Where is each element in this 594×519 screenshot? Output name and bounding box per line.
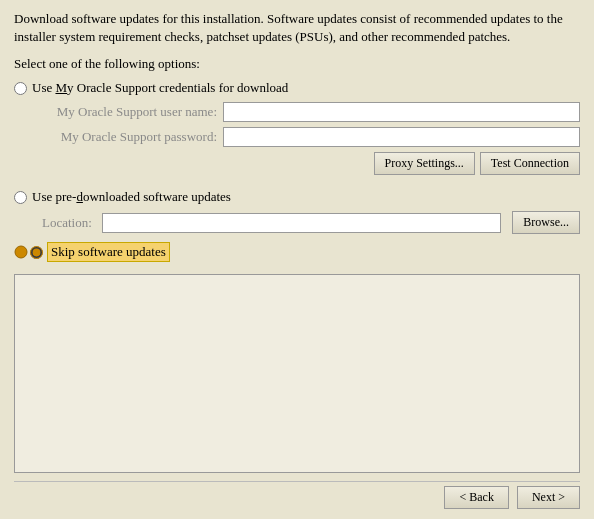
skip-option-row: Skip software updates bbox=[14, 242, 580, 262]
test-connection-button[interactable]: Test Connection bbox=[480, 152, 580, 175]
location-row: Location: Browse... bbox=[42, 211, 580, 234]
username-label: My Oracle Support user name: bbox=[42, 104, 217, 120]
proxy-settings-button[interactable]: Proxy Settings... bbox=[374, 152, 475, 175]
password-input[interactable] bbox=[223, 127, 580, 147]
password-row: My Oracle Support password: bbox=[42, 127, 580, 147]
username-input[interactable] bbox=[223, 102, 580, 122]
oracle-support-fields: My Oracle Support user name: My Oracle S… bbox=[42, 102, 580, 183]
pre-downloaded-label: Use pre-downloaded software updates bbox=[32, 189, 231, 205]
password-label: My Oracle Support password: bbox=[42, 129, 217, 145]
skip-indicator-icon bbox=[14, 245, 28, 259]
pre-downloaded-radio[interactable] bbox=[14, 191, 27, 204]
info-box bbox=[14, 274, 580, 473]
oracle-support-option-row: Use My Oracle Support credentials for do… bbox=[14, 80, 580, 96]
browse-button[interactable]: Browse... bbox=[512, 211, 580, 234]
svg-point-0 bbox=[15, 246, 27, 258]
oracle-support-radio[interactable] bbox=[14, 82, 27, 95]
skip-label: Skip software updates bbox=[47, 242, 170, 262]
select-prompt: Select one of the following options: bbox=[14, 56, 580, 72]
skip-radio[interactable] bbox=[30, 246, 43, 259]
location-input[interactable] bbox=[102, 213, 501, 233]
location-label: Location: bbox=[42, 215, 102, 231]
oracle-support-label: Use My Oracle Support credentials for do… bbox=[32, 80, 288, 96]
username-row: My Oracle Support user name: bbox=[42, 102, 580, 122]
back-button[interactable]: < Back bbox=[444, 486, 508, 509]
pre-downloaded-option-row: Use pre-downloaded software updates bbox=[14, 189, 580, 205]
proxy-test-buttons: Proxy Settings... Test Connection bbox=[70, 152, 580, 175]
next-button[interactable]: Next > bbox=[517, 486, 580, 509]
main-container: Download software updates for this insta… bbox=[0, 0, 594, 519]
bottom-bar: < Back Next > bbox=[14, 481, 580, 509]
description-text: Download software updates for this insta… bbox=[14, 10, 580, 46]
